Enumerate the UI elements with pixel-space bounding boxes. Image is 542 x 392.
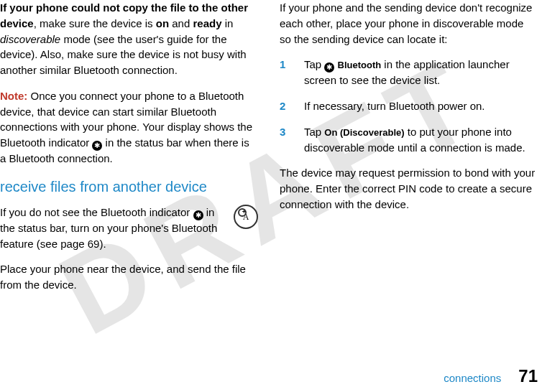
step-text: If necessary, turn Bluetooth power on.	[304, 100, 485, 112]
paragraph-recognize: If your phone and the sending device don…	[280, 0, 538, 47]
step-3: 3 Tap On (Discoverable) to put your phon…	[280, 124, 538, 156]
step-text: in the application launcher screen to se…	[304, 58, 510, 86]
paragraph-copy-fail: If your phone could not copy the file to…	[0, 0, 258, 78]
paragraph-bt-indicator: + If you do not see the Bluetooth indica…	[0, 205, 258, 252]
paragraph-note: Note: Once you connect your phone to a B…	[0, 88, 258, 167]
two-column-layout: If your phone could not copy the file to…	[0, 0, 542, 303]
step-text: Tap	[304, 58, 324, 70]
body-text: , make sure the device is	[34, 17, 156, 29]
step-body: Tap On (Discoverable) to put your phone …	[304, 124, 538, 156]
step-number: 3	[280, 124, 291, 156]
emphasis-ready: ready	[193, 17, 221, 29]
step-number: 2	[280, 98, 291, 114]
italic-discoverable: discoverable	[0, 33, 60, 45]
bluetooth-icon: ✱	[92, 141, 102, 151]
body-text: If you do not see the Bluetooth indicato…	[0, 206, 193, 218]
step-body: Tap ✱ Bluetooth in the application launc…	[304, 57, 538, 88]
step-2: 2 If necessary, turn Bluetooth power on.	[280, 98, 538, 114]
paragraph-place-phone: Place your phone near the device, and se…	[0, 261, 258, 293]
emphasis-on: on	[156, 17, 169, 29]
step-text: Tap	[304, 126, 324, 138]
body-text: in	[222, 17, 234, 29]
left-column: If your phone could not copy the file to…	[0, 0, 258, 303]
footer-section-name: connections	[444, 370, 501, 386]
ui-label-bluetooth: Bluetooth	[338, 60, 382, 70]
heading-receive-files: receive files from another device	[0, 177, 258, 197]
step-body: If necessary, turn Bluetooth power on.	[304, 98, 538, 114]
bluetooth-icon: ✱	[193, 210, 203, 220]
step-1: 1 Tap ✱ Bluetooth in the application lau…	[280, 57, 538, 88]
body-text: and	[169, 17, 193, 29]
page-footer: connections 71	[444, 364, 538, 389]
paragraph-bond: The device may request permission to bon…	[280, 165, 538, 212]
bluetooth-icon: ✱	[324, 62, 334, 73]
note-label: Note:	[0, 90, 27, 102]
page-number: 71	[518, 364, 538, 389]
step-number: 1	[280, 57, 291, 88]
receive-files-icon: +	[234, 205, 258, 233]
right-column: If your phone and the sending device don…	[280, 0, 538, 303]
ui-label-on-discoverable: On (Discoverable)	[324, 127, 404, 138]
